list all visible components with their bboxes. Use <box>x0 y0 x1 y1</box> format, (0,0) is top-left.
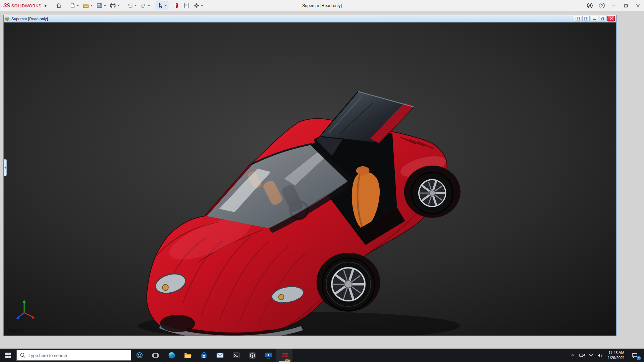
chevron-down-icon[interactable] <box>148 5 150 6</box>
app-minimize-button[interactable] <box>608 0 620 11</box>
document-title: Supercar [Read-only] <box>11 17 48 21</box>
appearance-button[interactable] <box>172 1 181 10</box>
taskbar-clock[interactable]: 11:48 AM 1/29/2021 <box>608 350 625 360</box>
windows-taskbar: ЗS 2021 11:48 AM 1/29/2021 2 <box>0 349 644 362</box>
chevron-down-icon[interactable] <box>201 5 203 6</box>
graphics-viewport[interactable]: *Dimetric <box>4 22 616 336</box>
undo-button[interactable] <box>125 1 138 10</box>
solidworks-year-badge: 2021 <box>285 359 290 361</box>
save-button[interactable] <box>95 1 108 10</box>
home-button[interactable] <box>54 1 64 10</box>
close-icon <box>636 4 640 8</box>
cortana-icon <box>136 352 143 359</box>
solidworks-logo: ЗS SOLIDWORKS <box>3 3 41 9</box>
chevron-down-icon[interactable] <box>77 5 79 6</box>
cortana-button[interactable] <box>131 349 148 362</box>
task-view-button[interactable] <box>148 349 164 362</box>
task-view-icon <box>152 352 159 359</box>
start-button[interactable] <box>0 349 16 362</box>
redo-button[interactable] <box>139 1 152 10</box>
app-window-controls: ? <box>584 0 644 11</box>
new-document-button[interactable] <box>68 1 80 10</box>
document-window-controls <box>574 16 615 21</box>
pane-left-icon <box>576 17 580 20</box>
chevron-down-icon[interactable] <box>135 5 137 6</box>
pane-right-icon <box>584 17 588 20</box>
video-camera-icon <box>579 353 585 358</box>
document-properties-button[interactable] <box>181 1 191 10</box>
3d-viewer-icon <box>249 352 256 359</box>
print-button[interactable] <box>108 1 121 10</box>
windows-logo-icon <box>5 353 11 358</box>
account-icon <box>587 2 593 9</box>
restore-icon <box>601 17 604 20</box>
main-toolbar <box>54 1 205 10</box>
network-button[interactable] <box>587 349 596 362</box>
solidworks-logo-mark: ЗS <box>3 3 10 9</box>
mail-button[interactable] <box>212 349 228 362</box>
undo-icon <box>127 2 133 9</box>
app-restore-button[interactable] <box>620 0 632 11</box>
restore-icon <box>624 4 628 8</box>
action-center-button[interactable]: 2 <box>628 349 641 362</box>
chevron-down-icon[interactable] <box>91 5 93 6</box>
media-app-icon <box>265 352 272 359</box>
terminal-button[interactable] <box>228 349 244 362</box>
account-button[interactable] <box>584 0 596 11</box>
open-folder-icon <box>83 2 89 9</box>
feature-panel-collapse-tab[interactable] <box>4 159 7 176</box>
close-icon <box>610 17 613 20</box>
open-button[interactable] <box>81 1 94 10</box>
options-button[interactable] <box>192 1 205 10</box>
store-button[interactable] <box>196 349 212 362</box>
supercar-3d-model[interactable] <box>4 22 616 336</box>
doc-close-button[interactable] <box>607 16 615 21</box>
clock-time: 11:48 AM <box>608 350 625 355</box>
menu-expand-arrow-icon[interactable] <box>45 4 47 7</box>
chevron-down-icon[interactable] <box>104 5 106 6</box>
chevron-down-icon[interactable] <box>117 5 119 6</box>
clock-date: 1/29/2021 <box>608 355 625 360</box>
redo-icon <box>140 2 147 9</box>
meet-now-button[interactable] <box>578 349 587 362</box>
app-titlebar: ЗS SOLIDWORKS <box>0 0 644 11</box>
help-icon: ? <box>599 3 605 8</box>
doc-minimize-button[interactable] <box>591 16 598 21</box>
file-explorer-button[interactable] <box>180 349 196 362</box>
search-icon <box>20 353 25 358</box>
volume-button[interactable] <box>596 349 605 362</box>
chevron-left-icon <box>4 167 6 169</box>
document-titlebar[interactable]: Supercar [Read-only] <box>4 15 616 22</box>
search-input[interactable] <box>29 353 127 358</box>
assembly-document-icon <box>5 16 10 21</box>
tray-overflow-button[interactable] <box>569 349 578 362</box>
app-close-button[interactable] <box>632 0 644 11</box>
gear-icon <box>193 2 200 9</box>
help-button[interactable]: ? <box>596 0 608 11</box>
select-button[interactable] <box>156 1 168 10</box>
taskbar-search[interactable] <box>16 350 131 361</box>
terminal-icon <box>233 352 240 358</box>
solidworks-taskbar-button[interactable]: ЗS 2021 <box>276 349 292 362</box>
document-properties-icon <box>183 2 190 9</box>
chevron-up-icon <box>571 353 575 358</box>
print-icon <box>110 2 116 9</box>
edge-button[interactable] <box>164 349 180 362</box>
chevron-down-icon[interactable] <box>165 5 167 6</box>
doc-restore-button[interactable] <box>599 16 606 21</box>
wifi-icon <box>588 353 594 358</box>
select-cursor-icon <box>157 2 163 9</box>
3d-viewer-button[interactable] <box>244 349 260 362</box>
media-app-button[interactable] <box>260 349 276 362</box>
solidworks-logo-text: SOLIDWORKS <box>11 4 41 8</box>
notification-badge: 2 <box>637 356 641 360</box>
pane-right-button[interactable] <box>582 16 590 21</box>
new-document-icon <box>69 2 75 9</box>
mail-icon <box>216 352 224 358</box>
pane-left-button[interactable] <box>574 16 581 21</box>
system-tray: 11:48 AM 1/29/2021 2 <box>569 349 644 362</box>
appearance-icon <box>174 2 179 9</box>
home-icon <box>56 2 62 9</box>
store-icon <box>201 352 207 359</box>
document-window: Supercar [Read-only] <box>3 15 616 336</box>
